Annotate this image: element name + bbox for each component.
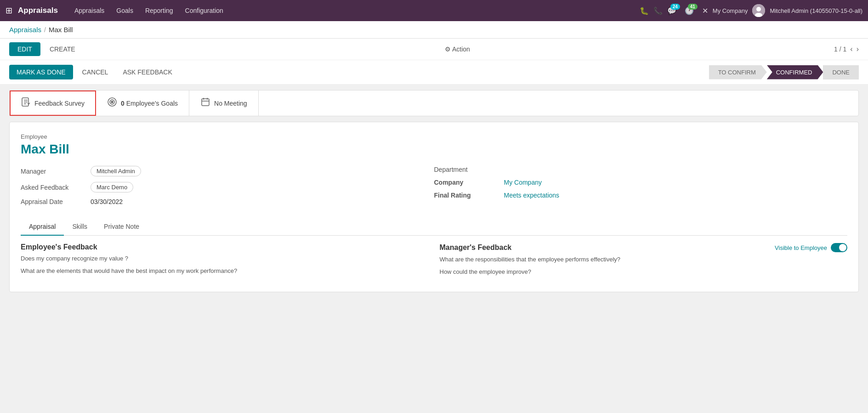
svg-point-1 — [756, 7, 761, 11]
appraisal-date-value: 03/30/2022 — [91, 198, 123, 205]
next-page-button[interactable]: › — [857, 45, 859, 53]
pipeline-done[interactable]: DONE — [823, 65, 859, 79]
feedback-survey-label: Feedback Survey — [34, 100, 85, 107]
top-navigation: ⊞ Appraisals Appraisals Goals Reporting … — [0, 0, 868, 21]
create-button[interactable]: CREATE — [44, 42, 81, 56]
prev-page-button[interactable]: ‹ — [850, 45, 852, 53]
survey-icon — [21, 97, 31, 109]
form-card: Employee Max Bill Manager Mitchell Admin… — [9, 122, 859, 292]
cancel-button[interactable]: CANCEL — [77, 65, 114, 79]
topnav-right: 🐛 📞 💬 24 🕐 41 ✕ My Company Mitchell Admi… — [640, 4, 862, 17]
nav-goals[interactable]: Goals — [111, 4, 139, 17]
action-menu[interactable]: ⚙ Action — [445, 45, 470, 53]
company-name[interactable]: My Company — [713, 7, 748, 14]
mark-as-done-button[interactable]: MARK AS DONE — [9, 65, 73, 79]
app-brand: Appraisals — [18, 6, 58, 15]
manager-value[interactable]: Mitchell Admin — [91, 166, 141, 176]
breadcrumb: Appraisals / Max Bill — [0, 21, 868, 39]
manager-feedback-section: Manager's Feedback Visible to Employee W… — [440, 243, 848, 281]
employee-feedback-title: Employee's Feedback — [21, 243, 429, 251]
department-label: Department — [434, 166, 499, 173]
manager-feedback-q1: What are the responsibilities that the e… — [440, 256, 848, 263]
appraisal-date-row: Appraisal Date 03/30/2022 — [21, 198, 434, 205]
top-nav-menu: Appraisals Goals Reporting Configuration — [69, 4, 638, 17]
manager-row: Manager Mitchell Admin — [21, 166, 434, 176]
phone-icon[interactable]: 📞 — [653, 6, 663, 15]
visible-to-employee-label: Visible to Employee — [775, 244, 827, 251]
employee-goals-button[interactable]: 0 Employee's Goals — [96, 91, 189, 116]
svg-point-6 — [111, 101, 113, 103]
no-meeting-button[interactable]: No Meeting — [189, 91, 259, 116]
app-grid-icon[interactable]: ⊞ — [6, 6, 12, 16]
form-right-column: Department Company My Company Final Rati… — [434, 166, 848, 211]
final-rating-value[interactable]: Meets expectations — [504, 192, 560, 199]
company-label: Company — [434, 179, 499, 186]
ask-feedback-button[interactable]: ASK FEEDBACK — [117, 65, 177, 79]
chat-count: 24 — [670, 4, 680, 10]
feedback-survey-button[interactable]: Feedback Survey — [10, 91, 96, 116]
feedback-grid: Employee's Feedback Does my company reco… — [21, 243, 847, 281]
breadcrumb-separator: / — [44, 26, 46, 34]
status-bar: MARK AS DONE CANCEL ASK FEEDBACK TO CONF… — [0, 60, 868, 85]
employee-feedback-q1: Does my company recognize my value ? — [21, 255, 429, 262]
employee-goals-label: 0 Employee's Goals — [121, 100, 178, 107]
meeting-icon — [200, 97, 210, 109]
timer-count: 41 — [688, 4, 698, 10]
user-avatar[interactable] — [752, 4, 765, 17]
tab-private-note[interactable]: Private Note — [96, 218, 148, 236]
employee-name: Max Bill — [21, 142, 847, 157]
pipeline-confirmed[interactable]: CONFIRMED — [767, 65, 823, 79]
action-bar: EDIT CREATE ⚙ Action 1 / 1 ‹ › — [0, 39, 868, 60]
final-rating-label: Final Rating — [434, 192, 499, 199]
smart-buttons-bar: Feedback Survey 0 Employee's Goals — [9, 90, 859, 116]
form-fields-grid: Manager Mitchell Admin Asked Feedback Ma… — [21, 166, 847, 211]
pagination: 1 / 1 ‹ › — [834, 45, 859, 53]
employee-feedback-section: Employee's Feedback Does my company reco… — [21, 243, 429, 281]
main-content: Feedback Survey 0 Employee's Goals — [0, 85, 868, 298]
nav-configuration[interactable]: Configuration — [180, 4, 229, 17]
nav-appraisals[interactable]: Appraisals — [69, 4, 110, 17]
visible-toggle-switch[interactable] — [831, 243, 847, 252]
company-row: Company My Company — [434, 179, 848, 186]
asked-feedback-value[interactable]: Marc Demo — [91, 182, 133, 192]
timer-badge[interactable]: 🕐 41 — [685, 6, 694, 15]
asked-feedback-row: Asked Feedback Marc Demo — [21, 182, 434, 192]
bug-icon[interactable]: 🐛 — [640, 6, 649, 15]
tab-appraisal[interactable]: Appraisal — [21, 218, 64, 236]
close-icon[interactable]: ✕ — [702, 6, 708, 15]
pagination-text: 1 / 1 — [834, 45, 846, 53]
final-rating-row: Final Rating Meets expectations — [434, 192, 848, 199]
user-name: Mitchell Admin (14055070-15-0-all) — [770, 7, 862, 14]
employee-feedback-q2: What are the elements that would have th… — [21, 267, 429, 274]
asked-feedback-label: Asked Feedback — [21, 184, 85, 191]
form-left-column: Manager Mitchell Admin Asked Feedback Ma… — [21, 166, 434, 211]
tab-skills[interactable]: Skills — [64, 218, 96, 236]
department-row: Department — [434, 166, 848, 173]
edit-button[interactable]: EDIT — [9, 42, 40, 56]
manager-feedback-title: Manager's Feedback — [440, 243, 512, 252]
goals-icon — [107, 97, 117, 109]
status-pipeline: TO CONFIRM CONFIRMED DONE — [709, 65, 859, 79]
pipeline-to-confirm[interactable]: TO CONFIRM — [709, 65, 767, 79]
breadcrumb-parent[interactable]: Appraisals — [9, 26, 41, 34]
manager-label: Manager — [21, 168, 85, 175]
chat-badge[interactable]: 💬 24 — [667, 6, 676, 15]
manager-feedback-q2: How could the employee improve? — [440, 268, 848, 275]
visible-to-employee-toggle[interactable]: Visible to Employee — [775, 243, 847, 252]
nav-reporting[interactable]: Reporting — [140, 4, 179, 17]
no-meeting-label: No Meeting — [214, 100, 247, 107]
appraisal-date-label: Appraisal Date — [21, 198, 85, 205]
company-value[interactable]: My Company — [504, 179, 542, 186]
tabs-bar: Appraisal Skills Private Note — [21, 218, 847, 236]
breadcrumb-current: Max Bill — [49, 26, 73, 34]
svg-rect-7 — [202, 99, 209, 106]
employee-field-label: Employee — [21, 133, 847, 140]
